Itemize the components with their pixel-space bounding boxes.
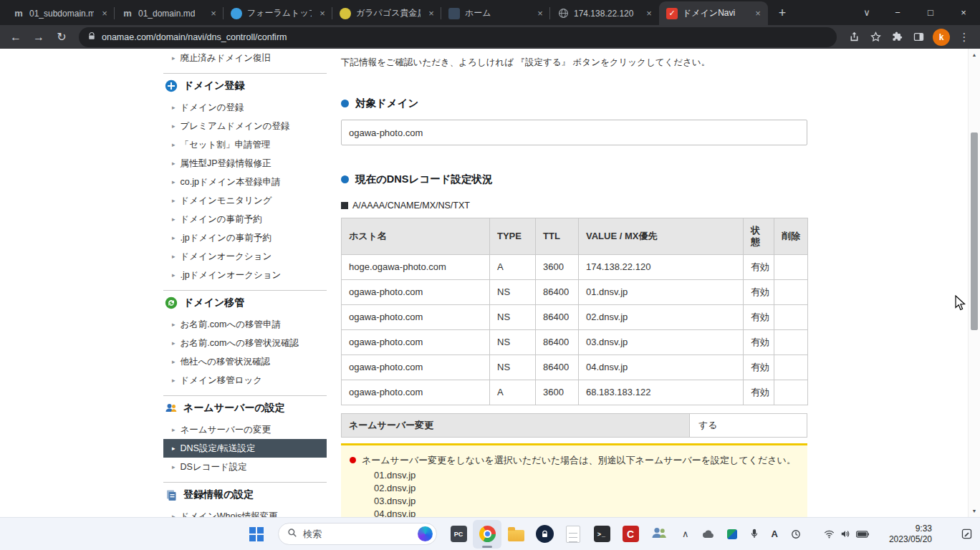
notice-box: ネームサーバー変更をしないを選択いただいた場合は、別途以下ネームサーバーを設定し… — [341, 443, 807, 517]
tab-home[interactable]: ホーム × — [441, 1, 550, 25]
sidebar-item[interactable]: ▸ドメインモニタリング — [163, 191, 327, 210]
sidebar-item-dns-settings-active[interactable]: ▸DNS設定/転送設定 — [163, 439, 327, 458]
cell-state: 有効 — [744, 380, 774, 405]
cell-state: 有効 — [744, 280, 774, 305]
taskbar-clock[interactable]: 9:33 2023/05/20 — [889, 524, 932, 545]
sidebar-item[interactable]: ▸ネームサーバーの変更 — [163, 420, 327, 439]
sidebar-section-title: ネームサーバーの設定 — [183, 402, 285, 415]
tab-ip-address[interactable]: 174.138.22.120 × — [550, 1, 659, 25]
tab-close-icon[interactable]: × — [643, 8, 655, 19]
tab-title: 01_subdomain.md — [29, 9, 94, 19]
site-favicon — [340, 8, 351, 19]
nameserver-entry: 01.dnsv.jp — [374, 469, 799, 482]
sidebar-item[interactable]: ▸co.jpドメイン本登録申請 — [163, 173, 327, 191]
tab-01-subdomain[interactable]: m 01_subdomain.md × — [6, 1, 115, 25]
address-bar[interactable]: onamae.com/domain/navi/dns_controll/conf… — [79, 27, 837, 47]
scroll-down-button[interactable]: ▼ — [969, 505, 980, 517]
sidebar-item[interactable]: ▸.jpドメインオークション — [163, 266, 327, 284]
window-minimize-button[interactable]: − — [881, 0, 914, 25]
tab-close-icon[interactable]: × — [99, 8, 110, 19]
sidebar-item-label: ドメインモニタリング — [181, 195, 272, 206]
tab-domain-navi[interactable]: ✓ ドメインNavi × — [659, 1, 768, 25]
ime-indicator[interactable]: A — [772, 529, 778, 539]
sidebar-item[interactable]: ▸属性型JP登録情報修正 — [163, 154, 327, 173]
sidebar-item[interactable]: ▸.jpドメインの事前予約 — [163, 228, 327, 247]
taskbar-app-chrome[interactable] — [473, 520, 501, 549]
back-button[interactable]: ← — [6, 27, 26, 47]
taskbar-time: 9:33 — [889, 524, 932, 534]
people-icon — [651, 526, 667, 543]
start-button[interactable] — [242, 520, 271, 549]
network-sound-battery-cluster[interactable] — [824, 529, 869, 539]
sidebar-item[interactable]: ▸お名前.comへの移管状況確認 — [163, 334, 327, 352]
cell-delete — [774, 255, 808, 280]
clock-tray-icon[interactable] — [791, 529, 801, 539]
taskbar-app-explorer[interactable] — [501, 520, 530, 549]
side-panel-icon[interactable] — [911, 30, 926, 44]
microphone-icon[interactable] — [750, 529, 759, 539]
sidebar-item-domain-restore[interactable]: ▸ 廃止済みドメイン復旧 — [163, 49, 327, 67]
onedrive-cloud-icon[interactable] — [702, 530, 714, 539]
taskbar-app-pc[interactable]: PC — [444, 520, 473, 549]
new-tab-button[interactable]: + — [772, 3, 792, 23]
hidden-icons-chevron[interactable]: ∧ — [682, 529, 689, 539]
sidebar-item-label: ドメインの登録 — [181, 102, 244, 113]
window-close-button[interactable]: × — [947, 0, 980, 25]
windows-taskbar: 検索 PC >_ C ∧ A — [0, 517, 980, 550]
table-row: ogawa-photo.com NS 86400 01.dnsv.jp 有効 — [342, 280, 808, 305]
taskbar-date: 2023/05/20 — [889, 534, 932, 545]
blue-bullet-icon — [341, 100, 349, 107]
taskbar-search-box[interactable]: 検索 — [278, 523, 437, 545]
tab-close-icon[interactable]: × — [208, 8, 219, 19]
nameserver-list: 01.dnsv.jp 02.dnsv.jp 03.dnsv.jp 04.dnsv… — [374, 469, 799, 517]
sidebar-item[interactable]: ▸プレミアムドメインの登録 — [163, 117, 327, 135]
cell-state: 有効 — [744, 305, 774, 330]
chrome-icon — [479, 526, 496, 542]
tab-forum-top[interactable]: フォーラムトップ - パ × — [224, 1, 332, 25]
tab-close-icon[interactable]: × — [534, 8, 546, 19]
forward-button[interactable]: → — [29, 27, 49, 47]
sidebar-item[interactable]: ▸ドメインの登録 — [163, 98, 327, 117]
cell-type: A — [490, 380, 536, 405]
sidebar-item[interactable]: ▸ドメイン移管ロック — [163, 371, 327, 390]
tab-close-icon[interactable]: × — [426, 8, 437, 19]
tab-close-icon[interactable]: × — [752, 8, 764, 19]
tab-close-icon[interactable]: × — [317, 8, 328, 19]
taskbar-app-notepad[interactable] — [559, 520, 587, 549]
scroll-up-button[interactable]: ▲ — [969, 49, 980, 61]
sidebar-item[interactable]: ▸お名前.comへの移管申請 — [163, 315, 327, 334]
tab-01-domain[interactable]: m 01_domain.md × — [115, 1, 224, 25]
tab-title: フォーラムトップ - パ — [247, 7, 312, 19]
scrollbar-thumb[interactable] — [971, 132, 978, 330]
table-row: ogawa-photo.com NS 86400 02.dnsv.jp 有効 — [342, 305, 808, 330]
arrow-bullet-icon: ▸ — [172, 443, 176, 454]
sidebar-item[interactable]: ▸ドメインWhois情報変更 — [163, 507, 327, 517]
nameserver-change-row: ネームサーバー変更 する — [341, 413, 807, 438]
reload-button[interactable]: ↻ — [52, 27, 72, 47]
notification-pen-icon[interactable] — [961, 528, 973, 540]
taskbar-app-password-manager[interactable] — [530, 520, 559, 549]
nameserver-entry: 04.dnsv.jp — [374, 508, 799, 517]
column-header-host: ホスト名 — [342, 218, 490, 255]
sidebar-item-label: .jpドメインの事前予約 — [181, 232, 272, 243]
sidebar-item[interactable]: ▸他社への移管状況確認 — [163, 352, 327, 371]
bookmark-star-icon[interactable] — [868, 30, 883, 44]
nameserver-change-value: する — [690, 414, 807, 437]
sidebar-item[interactable]: ▸ドメインの事前予約 — [163, 210, 327, 228]
tab-galapagos[interactable]: ガラパゴス貴金属/ × — [332, 1, 441, 25]
extensions-puzzle-icon[interactable] — [890, 30, 904, 44]
window-maximize-button[interactable]: □ — [914, 0, 947, 25]
taskbar-app-contacts[interactable] — [645, 520, 673, 549]
windows-logo-icon — [249, 527, 264, 541]
taskbar-app-terminal[interactable]: >_ — [587, 520, 616, 549]
sidebar-item[interactable]: ▸DSレコード設定 — [163, 458, 327, 476]
vertical-scrollbar[interactable]: ▲ ▼ — [968, 49, 980, 517]
sidebar-item[interactable]: ▸「セット割」申請管理 — [163, 135, 327, 154]
sidebar-item[interactable]: ▸ドメインオークション — [163, 247, 327, 266]
share-icon[interactable] — [847, 30, 861, 44]
tray-app-icon[interactable] — [727, 529, 737, 539]
taskbar-app-c[interactable]: C — [616, 520, 645, 549]
profile-avatar[interactable]: k — [933, 29, 950, 46]
tab-search-chevron-icon[interactable]: ∨ — [852, 0, 881, 25]
browser-menu-icon[interactable]: ⋮ — [957, 30, 971, 44]
